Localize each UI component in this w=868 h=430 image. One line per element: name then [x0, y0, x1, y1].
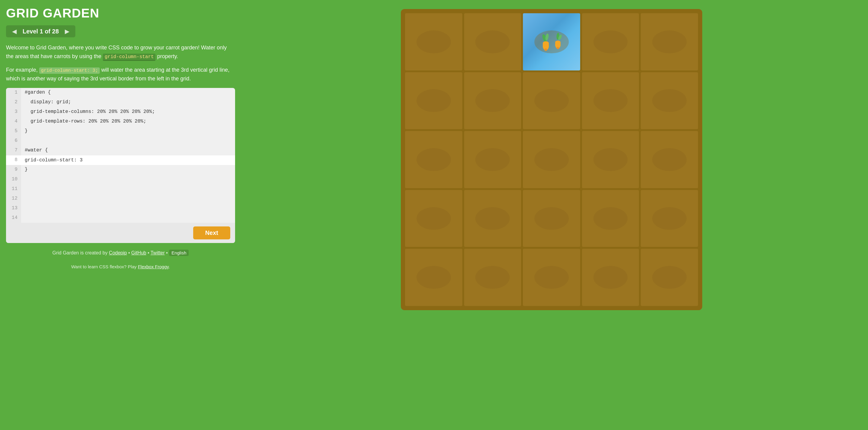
- garden-cell-r4c4: [582, 190, 639, 247]
- line-content-5: }: [21, 127, 235, 136]
- garden-cell-r4c2: [464, 190, 521, 247]
- line-content-2: display: grid;: [21, 98, 235, 107]
- garden-cell-r2c4: [582, 72, 639, 130]
- code-line-13: 13: [6, 204, 235, 213]
- garden-cell-r3c2: [464, 131, 521, 188]
- twitter-link[interactable]: Twitter: [150, 250, 164, 255]
- carrot-1: [540, 33, 551, 51]
- code-editor: 1#garden {2 display: grid;3 grid-templat…: [6, 88, 235, 243]
- flexbox-froggy-link[interactable]: Flexbox Froggy: [138, 264, 168, 269]
- line-number-13: 13: [6, 204, 21, 213]
- garden-cell-r1c1: [405, 13, 462, 70]
- line-number-9: 9: [6, 165, 21, 175]
- garden-cell-r4c3: [523, 190, 580, 247]
- line-content-9: }: [21, 165, 235, 175]
- svg-rect-10: [555, 42, 561, 46]
- line-content-13: [21, 204, 235, 213]
- svg-point-5: [544, 48, 547, 51]
- code-line-3: 3 grid-template-columns: 20% 20% 20% 20%…: [6, 107, 235, 117]
- garden-cell-r2c1: [405, 72, 462, 130]
- code-line-8[interactable]: 8: [6, 155, 235, 165]
- svg-point-11: [557, 47, 559, 49]
- code-line-14: 14: [6, 213, 235, 223]
- code-line-4: 4 grid-template-rows: 20% 20% 20% 20% 20…: [6, 117, 235, 127]
- garden-cell-r1c3: [523, 13, 580, 70]
- inline-code-1: grid-column-start: [103, 54, 156, 61]
- code-area: 1#garden {2 display: grid;3 grid-templat…: [6, 88, 235, 223]
- code-line-11: 11: [6, 184, 235, 194]
- next-button[interactable]: Next: [193, 226, 230, 239]
- github-link[interactable]: GitHub: [131, 250, 146, 255]
- footer2: Want to learn CSS flexbox? Play Flexbox …: [6, 264, 235, 269]
- line-content-10: [21, 175, 235, 184]
- line-content-4: grid-template-rows: 20% 20% 20% 20% 20%;: [21, 117, 235, 127]
- description-1: Welcome to Grid Garden, where you write …: [6, 43, 235, 61]
- prev-level-button[interactable]: ◀: [10, 27, 19, 36]
- garden-cell-r5c5: [641, 249, 698, 306]
- footer: Grid Garden is created by Codepip • GitH…: [6, 248, 235, 258]
- garden-cell-r3c4: [582, 131, 639, 188]
- line-number-10: 10: [6, 175, 21, 184]
- line-number-4: 4: [6, 117, 21, 127]
- code-line-5: 5}: [6, 127, 235, 136]
- garden-cell-r3c5: [641, 131, 698, 188]
- garden-cell-r2c5: [641, 72, 698, 130]
- level-nav: ◀ Level 1 of 28 ▶: [6, 25, 75, 37]
- line-number-5: 5: [6, 127, 21, 136]
- code-line-9: 9}: [6, 165, 235, 175]
- line-number-3: 3: [6, 107, 21, 117]
- description-2: For example, grid-column-start: 3; will …: [6, 66, 235, 83]
- code-line-2: 2 display: grid;: [6, 98, 235, 107]
- garden-cell-r3c3: [523, 131, 580, 188]
- line-number-12: 12: [6, 194, 21, 204]
- line-content-3: grid-template-columns: 20% 20% 20% 20% 2…: [21, 107, 235, 117]
- garden-container: [401, 9, 702, 310]
- inline-code-2: grid-column-start: 3;: [39, 67, 100, 74]
- codepip-link[interactable]: Codepip: [109, 250, 127, 255]
- line-content-6: [21, 136, 235, 146]
- garden-cell-r3c1: [405, 131, 462, 188]
- carrots-container: [540, 33, 563, 51]
- garden-cell-r5c3: [523, 249, 580, 306]
- code-line-10: 10: [6, 175, 235, 184]
- line-content-11: [21, 184, 235, 194]
- garden-cell-r4c5: [641, 190, 698, 247]
- line-number-8: 8: [6, 155, 21, 165]
- garden-cell-r5c1: [405, 249, 462, 306]
- line-content-12: [21, 194, 235, 204]
- line-number-14: 14: [6, 213, 21, 223]
- code-input-line-8[interactable]: [21, 155, 235, 165]
- garden-cell-r5c2: [464, 249, 521, 306]
- next-button-row: Next: [6, 223, 235, 243]
- garden-cell-r1c2: [464, 13, 521, 70]
- code-line-7: 7#water {: [6, 146, 235, 155]
- right-panel: [241, 6, 862, 424]
- svg-rect-4: [543, 43, 549, 47]
- app-title: GRID GARDEN: [6, 6, 235, 21]
- garden-cell-r5c4: [582, 249, 639, 306]
- lang-badge[interactable]: English: [169, 250, 189, 256]
- carrot-2: [553, 33, 563, 51]
- line-number-7: 7: [6, 146, 21, 155]
- garden-cell-r2c3: [523, 72, 580, 130]
- garden-grid: [405, 13, 698, 306]
- garden-cell-r1c4: [582, 13, 639, 70]
- line-number-11: 11: [6, 184, 21, 194]
- level-label: Level 1 of 28: [23, 28, 59, 35]
- line-content-14: [21, 213, 235, 223]
- garden-cell-r2c2: [464, 72, 521, 130]
- code-line-12: 12: [6, 194, 235, 204]
- line-number-2: 2: [6, 98, 21, 107]
- code-line-6: 6: [6, 136, 235, 146]
- line-number-1: 1: [6, 88, 21, 98]
- garden-cell-r4c1: [405, 190, 462, 247]
- next-level-button[interactable]: ▶: [62, 27, 72, 36]
- code-line-1: 1#garden {: [6, 88, 235, 98]
- line-number-6: 6: [6, 136, 21, 146]
- garden-cell-r1c5: [641, 13, 698, 70]
- line-content-7: #water {: [21, 146, 235, 155]
- line-content-1: #garden {: [21, 88, 235, 98]
